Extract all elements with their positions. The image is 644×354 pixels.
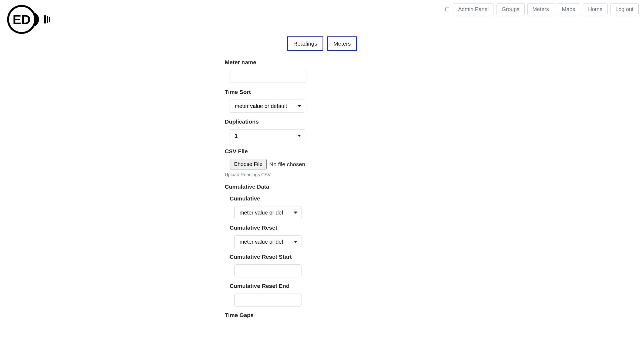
cumulative-reset-label: Cumulative Reset [230, 224, 419, 231]
meter-name-input[interactable] [230, 70, 305, 83]
svg-text:ED: ED [13, 12, 31, 27]
file-status: No file chosen [269, 161, 305, 168]
time-sort-label: Time Sort [225, 89, 419, 95]
time-gaps-heading: Time Gaps [225, 312, 419, 318]
cumulative-reset-end-input[interactable] [234, 294, 301, 307]
form-container: Meter name Time Sort meter value or defa… [225, 51, 419, 318]
tab-meters[interactable]: Meters [327, 36, 357, 51]
csv-file-label: CSV File [225, 148, 419, 155]
groups-button[interactable]: Groups [497, 3, 525, 15]
maps-button[interactable]: Maps [557, 3, 580, 15]
cumulative-reset-start-input[interactable] [234, 264, 301, 277]
meters-button[interactable]: Meters [527, 3, 554, 15]
time-sort-select[interactable]: meter value or default [230, 100, 305, 113]
logo: ED [5, 3, 51, 36]
cumulative-reset-start-label: Cumulative Reset Start [230, 254, 419, 260]
logout-button[interactable]: Log out [610, 3, 639, 15]
tabs: Readings Meters [0, 36, 644, 51]
admin-panel-button[interactable]: Admin Panel [453, 3, 494, 15]
cumulative-label: Cumulative [230, 195, 419, 202]
choose-file-button[interactable]: Choose File [230, 159, 267, 169]
tab-readings[interactable]: Readings [287, 36, 324, 51]
duplications-select[interactable]: 1 [230, 129, 305, 142]
duplications-label: Duplications [225, 118, 419, 125]
cumulative-reset-end-label: Cumulative Reset End [230, 283, 419, 289]
svg-rect-2 [44, 15, 46, 23]
nav-buttons: Admin Panel Groups Meters Maps Home Log … [445, 3, 639, 15]
svg-rect-3 [47, 16, 48, 23]
meter-name-label: Meter name [225, 59, 419, 66]
upload-hint: Upload Readings CSV [225, 172, 419, 178]
language-icon[interactable] [445, 8, 449, 11]
svg-rect-4 [49, 17, 50, 22]
cumulative-data-heading: Cumulative Data [225, 183, 419, 190]
cumulative-reset-select[interactable]: meter value or def [234, 235, 301, 248]
home-button[interactable]: Home [583, 3, 608, 15]
cumulative-select[interactable]: meter value or def [234, 206, 301, 219]
